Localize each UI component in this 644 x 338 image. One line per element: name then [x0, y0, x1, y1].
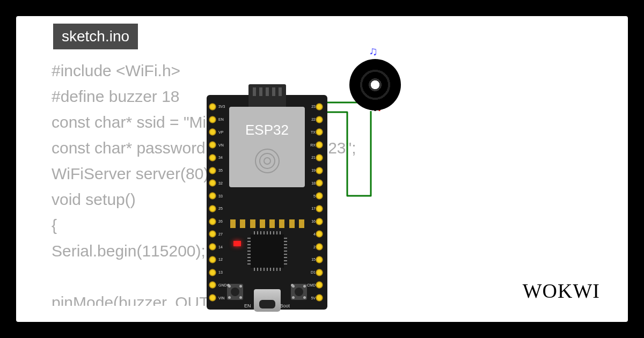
rf-shield: ESP32 — [229, 107, 305, 187]
boot-button[interactable] — [291, 284, 307, 300]
pin-header-right — [316, 100, 325, 304]
antenna — [248, 84, 286, 107]
chip-label: ESP32 — [229, 122, 305, 138]
pin-header-left — [209, 100, 218, 304]
editor-card: sketch.ino #include <WiFi.h> #define buz… — [16, 16, 628, 322]
pin-labels-right: 2322TXRX211918517164215D1CMD5V — [305, 100, 316, 304]
smd-components — [230, 219, 304, 229]
micro-usb-port — [254, 289, 281, 312]
buzzer-component[interactable] — [349, 59, 401, 111]
en-button-label: EN — [244, 303, 251, 308]
en-button[interactable] — [227, 284, 243, 300]
file-tab[interactable]: sketch.ino — [53, 24, 138, 49]
circuit-canvas[interactable]: 3V3ENVPVN34353233252627141213GNDVIN 2322… — [207, 83, 421, 314]
espressif-logo-icon — [255, 149, 280, 173]
music-note-icon: ♫ — [369, 45, 378, 58]
pin-labels-left: 3V3ENVPVN34353233252627141213GNDVIN — [218, 100, 229, 304]
file-tab-label: sketch.ino — [62, 28, 129, 45]
wokwi-logo: WOKWI — [523, 279, 600, 303]
boot-button-label: Boot — [280, 303, 290, 308]
usb-serial-chip — [251, 234, 284, 268]
esp32-board[interactable]: 3V3ENVPVN34353233252627141213GNDVIN 2322… — [207, 95, 327, 310]
power-led-icon — [233, 241, 241, 246]
